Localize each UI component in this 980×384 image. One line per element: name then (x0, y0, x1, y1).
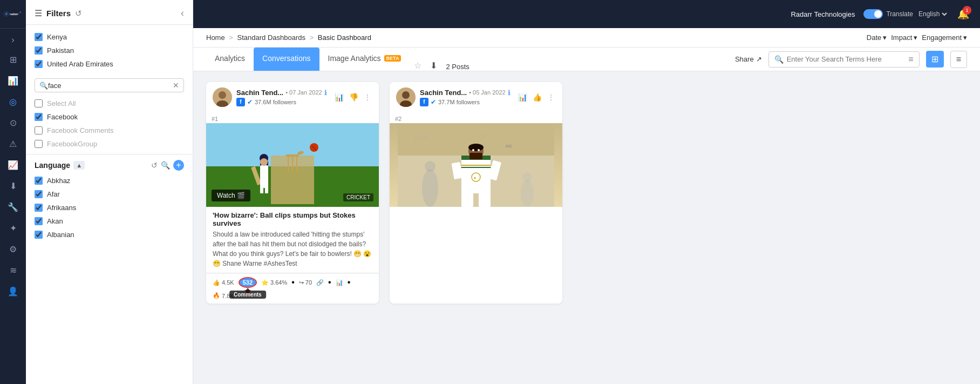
translate-toggle: Translate English Arabic French (863, 9, 949, 19)
nav-profile-icon[interactable]: 👤 (0, 281, 26, 302)
language-refresh-icon[interactable]: ↺ (151, 161, 158, 170)
tab-conversations[interactable]: Conversations (254, 48, 319, 71)
post-more-btn-1[interactable]: ⋮ (363, 92, 372, 103)
post-watch-btn-1[interactable]: Watch 🎬 (212, 190, 250, 201)
lang-abkhaz-checkbox[interactable] (35, 177, 43, 185)
date-filter-btn[interactable]: Date ▾ (867, 33, 887, 42)
post-analytics-btn-1[interactable]: 📊 (334, 92, 345, 103)
sidebar-search-input[interactable] (48, 82, 173, 90)
country-kenya-checkbox[interactable] (35, 33, 43, 41)
post-author-1: Sachin Tend... (236, 89, 283, 97)
lang-afrikaans-checkbox[interactable] (35, 204, 43, 212)
country-pakistan-checkbox[interactable] (35, 46, 43, 55)
post-like-btn-2[interactable]: 👍 (532, 92, 543, 103)
sidebar-search-clear-btn[interactable]: ✕ (173, 81, 179, 90)
source-facebook-comments-checkbox[interactable] (35, 126, 43, 134)
nav-circle-icon[interactable]: ⊙ (0, 112, 26, 133)
grid-view-btn[interactable]: ⊞ (926, 51, 944, 68)
notification-btn[interactable]: 🔔 1 (957, 8, 969, 20)
post-dislike-btn-1[interactable]: 👎 (348, 92, 359, 103)
lang-afrikaans[interactable]: Afrikaans (35, 201, 184, 214)
reach-count: 7.8K (222, 293, 234, 299)
language-title: Language (35, 161, 70, 170)
post-analytics-btn-2[interactable]: 📊 (517, 92, 528, 103)
filter-icon[interactable]: ≡ (908, 55, 913, 64)
nav-tools-icon[interactable]: 🔧 (0, 197, 26, 218)
search-icon: 🔍 (774, 55, 784, 64)
country-uae-checkbox[interactable] (35, 60, 43, 68)
country-pakistan[interactable]: Pakistan (35, 44, 184, 57)
stat-bar-1: 📊 (336, 279, 343, 286)
stat-comments-1[interactable]: 532 Comments (239, 277, 257, 288)
nav-expand-btn[interactable]: › (0, 31, 26, 49)
sidebar-refresh-btn[interactable]: ↺ (75, 9, 82, 18)
country-kenya[interactable]: Kenya (35, 30, 184, 44)
nav-download-icon[interactable]: ⬇ (0, 176, 26, 197)
source-facebook-group[interactable]: FacebookGroup (35, 137, 184, 151)
lang-albanian-checkbox[interactable] (35, 231, 43, 239)
tab-image-analytics[interactable]: Image Analytics BETA (319, 48, 410, 71)
source-facebook-comments[interactable]: Facebook Comments (35, 124, 184, 137)
nav-warning-icon[interactable]: ⚠ (0, 133, 26, 154)
lang-afar-checkbox[interactable] (35, 190, 43, 198)
post-more-btn-2[interactable]: ⋮ (546, 92, 556, 103)
svg-point-42 (478, 149, 480, 151)
lang-akan[interactable]: Akan (35, 214, 184, 228)
source-select-all[interactable]: Select All (35, 97, 184, 110)
app-logo: radarr (0, 0, 26, 29)
source-facebook-checkbox[interactable] (35, 113, 43, 121)
engagement-filter-btn[interactable]: Engagement ▾ (922, 33, 967, 42)
star-btn[interactable]: ☆ (410, 60, 426, 71)
breadcrumb-home[interactable]: Home (206, 33, 225, 42)
post-body-1: Should a law be introduced called 'hitti… (206, 230, 379, 273)
comments-count-badge[interactable]: 532 Comments (239, 277, 257, 288)
source-select-all-checkbox[interactable] (35, 99, 43, 107)
nav-settings-icon[interactable]: ⚙ (0, 239, 26, 260)
lang-albanian[interactable]: Albanian (35, 228, 184, 241)
download-btn[interactable]: ⬇ (426, 60, 441, 71)
notification-badge: 1 (963, 6, 971, 15)
lang-akan-checkbox[interactable] (35, 217, 43, 225)
translate-label: Translate (886, 10, 913, 18)
nav-configure-icon[interactable]: ≋ (0, 260, 26, 281)
lang-afar[interactable]: Afar (35, 187, 184, 201)
post-date-2: • 05 Jan 2022 (469, 89, 505, 96)
post-info-icon-1[interactable]: ℹ (324, 89, 327, 97)
impact-filter-btn[interactable]: Impact ▾ (891, 33, 917, 42)
tabs-bar: Analytics Conversations Image Analytics … (193, 48, 980, 71)
share-btn[interactable]: Share ↗ (735, 55, 762, 63)
lang-afar-label: Afar (47, 190, 60, 198)
source-facebook-group-checkbox[interactable] (35, 140, 43, 148)
nav-analytics-icon[interactable]: 📊 (0, 70, 26, 91)
country-uae[interactable]: United Arab Emirates (35, 57, 184, 71)
tabs-right: Share ↗ 🔍 ≡ ⊞ ≡ (735, 51, 967, 68)
stat-rate-1: ⭐ 3.64% (261, 279, 287, 286)
lang-abkhaz[interactable]: Abkhaz (35, 174, 184, 187)
post-info-icon-2[interactable]: ℹ (508, 89, 511, 97)
post-card-2: Sachin Tend... • 05 Jan 2022 ℹ f ✔ 37.7M… (390, 82, 562, 304)
language-add-btn[interactable]: + (173, 160, 184, 171)
search-input[interactable] (787, 55, 906, 63)
nav-chart-icon[interactable]: 📈 (0, 154, 26, 176)
lang-albanian-label: Albanian (47, 231, 74, 239)
share-arrow-icon: ↪ (299, 279, 304, 286)
language-selector[interactable]: English Arabic French (916, 10, 949, 18)
nav-star-icon[interactable]: ✦ (0, 218, 26, 239)
svg-text:CR...: CR... (479, 133, 491, 139)
filter-title: Filters (46, 9, 71, 18)
language-search-icon[interactable]: 🔍 (161, 161, 170, 170)
bar-icon: 📊 (336, 279, 343, 286)
language-sort-btn[interactable]: ▲ (73, 161, 85, 170)
sidebar-close-btn[interactable]: ‹ (181, 8, 184, 19)
translate-toggle-switch[interactable] (863, 9, 883, 19)
post-stats-1: 👍 4.5K 532 Comments ⭐ 3. (206, 273, 379, 304)
source-facebook[interactable]: Facebook (35, 110, 184, 124)
list-view-btn[interactable]: ≡ (950, 51, 967, 68)
nav-dashboard-icon[interactable]: ⊞ (0, 49, 26, 70)
nav-tag-icon[interactable]: ◎ (0, 91, 26, 112)
lang-afrikaans-label: Afrikaans (47, 204, 76, 212)
post-author-row-1: Sachin Tend... • 07 Jan 2022 ℹ (236, 89, 329, 97)
sidebar-header: ☰ Filters ↺ ‹ (26, 0, 193, 25)
tab-analytics[interactable]: Analytics (206, 48, 254, 71)
breadcrumb-standard-dashboards[interactable]: Standard Dashboards (237, 33, 305, 42)
